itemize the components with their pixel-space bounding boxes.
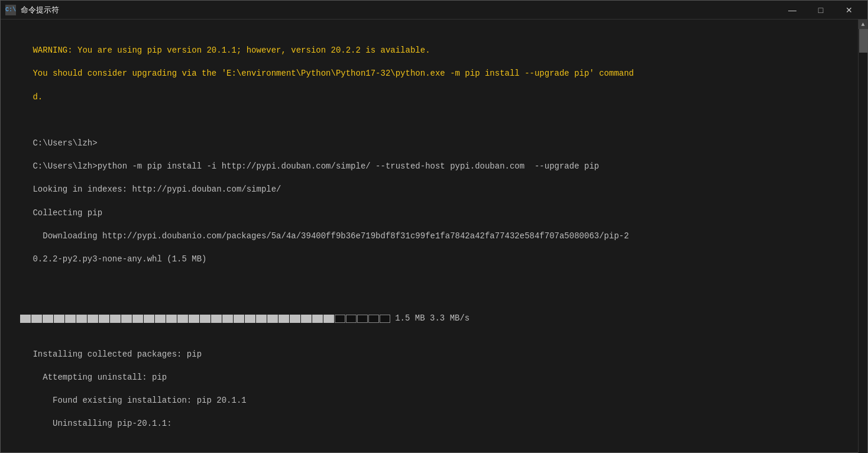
scrollbar[interactable]: ▲ ▼: [858, 20, 867, 453]
cmd-icon: C:\: [5, 5, 16, 15]
scrollbar-track[interactable]: [859, 29, 867, 453]
warning-line2: You should consider upgrading via the 'E…: [33, 69, 634, 78]
warning-line2b: d.: [33, 92, 43, 102]
scrollbar-thumb[interactable]: [859, 29, 867, 53]
warning-line1: WARNING: You are using pip version 20.1.…: [33, 46, 430, 55]
minimize-button[interactable]: —: [779, 1, 806, 20]
progress-row: 1.5 MB 3.3 MB/s: [3, 313, 856, 325]
titlebar: C:\ 命令提示符 — □ ✕: [1, 1, 867, 20]
command1: C:\Users\lzh>python -m pip install -i ht…: [33, 161, 599, 171]
prompt1: C:\Users\lzh>: [33, 138, 97, 148]
maximize-button[interactable]: □: [807, 1, 834, 20]
cmd-window: C:\ 命令提示符 — □ ✕ WARNING: You are using p…: [0, 0, 868, 453]
attempting: Attempting uninstall: pip: [33, 373, 167, 382]
progress-bar: [20, 315, 390, 323]
downloading-line1: Downloading http://pypi.doubanio.com/pac…: [33, 231, 629, 241]
uninstalling: Uninstalling pip-20.1.1:: [33, 419, 171, 428]
collecting: Collecting pip: [33, 208, 102, 218]
installing: Installing collected packages: pip: [33, 350, 202, 359]
found-existing: Found existing installation: pip 20.1.1: [33, 396, 246, 405]
looking-indexes: Looking in indexes: http://pypi.douban.c…: [33, 185, 281, 194]
close-button[interactable]: ✕: [835, 1, 863, 20]
progress-size-text: 1.5 MB 3.3 MB/s: [395, 313, 469, 325]
window-title: 命令提示符: [21, 5, 779, 15]
terminal-wrapper: WARNING: You are using pip version 20.1.…: [1, 20, 867, 453]
scrollbar-up-button[interactable]: ▲: [859, 20, 868, 29]
terminal-content[interactable]: WARNING: You are using pip version 20.1.…: [1, 20, 858, 453]
downloading-line2: 0.2.2-py2.py3-none-any.whl (1.5 MB): [33, 254, 206, 264]
window-controls: — □ ✕: [779, 1, 863, 20]
